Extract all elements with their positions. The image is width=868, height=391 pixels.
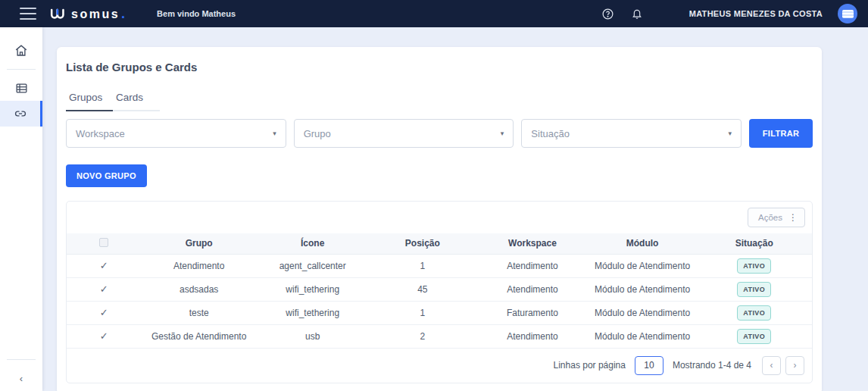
cell-modulo: Módulo de Atendimento <box>589 301 697 324</box>
cell-icone: usb <box>257 324 369 348</box>
cell-grupo: Atendimento <box>141 254 257 277</box>
avatar-image <box>842 10 854 18</box>
sidebar-item-list[interactable] <box>0 75 42 101</box>
avatar[interactable] <box>838 4 857 23</box>
cell-posicao: 45 <box>369 277 477 301</box>
workspace-select-placeholder: Workspace <box>76 128 125 139</box>
hamburger-menu-icon[interactable] <box>20 8 36 20</box>
grupo-select[interactable]: Grupo ▾ <box>294 119 514 148</box>
sidebar-collapse-button[interactable]: ‹ <box>0 365 42 391</box>
table-row: ✓ asdsadas wifi_tethering 45 Atendimento… <box>67 277 812 301</box>
cell-modulo: Módulo de Atendimento <box>589 254 697 277</box>
cell-workspace: Atendimento <box>476 254 589 277</box>
cell-posicao: 1 <box>369 254 477 277</box>
bell-icon <box>631 8 643 20</box>
cell-posicao: 2 <box>369 324 477 348</box>
groups-cards-panel: Lista de Grupos e Cards Grupos Cards Wor… <box>57 47 822 391</box>
acoes-button-label: Ações <box>758 213 782 222</box>
table-toolbar: Ações ⋮ <box>67 202 812 233</box>
status-badge: ATIVO <box>737 282 771 297</box>
tabs: Grupos Cards <box>66 92 813 111</box>
column-header-workspace: Workspace <box>476 233 589 254</box>
tab-grupos[interactable]: Grupos <box>66 92 113 111</box>
tab-cards[interactable]: Cards <box>113 92 160 111</box>
showing-range-text: Mostrando 1-4 de 4 <box>673 360 751 371</box>
cell-posicao: 1 <box>369 301 477 324</box>
row-check-icon[interactable]: ✓ <box>100 260 108 271</box>
help-icon <box>601 8 614 20</box>
column-header-situacao: Situação <box>696 233 812 254</box>
table-list-icon <box>15 82 28 95</box>
caret-down-icon: ▾ <box>728 130 732 137</box>
row-check-icon[interactable]: ✓ <box>100 330 108 342</box>
filter-bar: Workspace ▾ Grupo ▾ Situação ▾ FILTRAR <box>66 119 813 148</box>
column-header-icone: Ícone <box>257 233 369 254</box>
user-name[interactable]: MATHEUS MENEZES DA COSTA <box>689 9 823 18</box>
sidebar-item-home[interactable] <box>0 38 42 64</box>
ellipsis-vertical-icon: ⋮ <box>788 212 798 223</box>
next-page-button[interactable]: › <box>785 356 804 375</box>
sidebar: ‹ <box>0 27 42 391</box>
column-header-grupo: Grupo <box>141 233 257 254</box>
brand-dot: . <box>121 6 125 22</box>
select-all-checkbox[interactable] <box>99 238 108 247</box>
sidebar-divider <box>7 69 36 70</box>
cell-workspace: Atendimento <box>476 324 589 348</box>
acoes-button[interactable]: Ações ⋮ <box>748 208 805 227</box>
status-badge: ATIVO <box>737 329 771 344</box>
row-check-icon[interactable]: ✓ <box>100 307 108 318</box>
groups-table-container: Ações ⋮ Grupo Ícone Posição Workspace <box>66 201 813 383</box>
row-check-icon[interactable]: ✓ <box>100 283 108 295</box>
column-header-posicao: Posição <box>369 233 477 254</box>
welcome-text: Bem vindo Matheus <box>157 9 236 18</box>
brand-name: somus <box>71 8 120 21</box>
brand-w-icon <box>50 8 68 23</box>
cell-workspace: Faturamento <box>476 301 589 324</box>
column-header-modulo: Módulo <box>589 233 697 254</box>
table-row: ✓ Atendimento agent_callcenter 1 Atendim… <box>67 254 812 277</box>
app-header: somus. Bem vindo Matheus MATHEUS MENEZES… <box>0 0 868 27</box>
grupo-select-placeholder: Grupo <box>304 128 331 139</box>
status-badge: ATIVO <box>737 305 771 321</box>
table-row: ✓ Gestão de Atendimento usb 2 Atendiment… <box>67 324 812 348</box>
novo-grupo-button[interactable]: NOVO GRUPO <box>66 164 147 187</box>
sidebar-item-links[interactable] <box>0 101 42 127</box>
caret-down-icon: ▾ <box>501 130 504 137</box>
workspace-select[interactable]: Workspace ▾ <box>66 119 286 148</box>
status-badge: ATIVO <box>737 258 771 274</box>
situacao-select-placeholder: Situação <box>531 128 570 139</box>
table-row: ✓ teste wifi_tethering 1 Faturamento Mód… <box>67 301 812 324</box>
situacao-select[interactable]: Situação ▾ <box>521 119 742 148</box>
cell-icone: agent_callcenter <box>257 254 369 277</box>
cell-grupo: Gestão de Atendimento <box>141 324 257 348</box>
cell-grupo: teste <box>141 301 257 324</box>
rows-per-page-label: Linhas por página <box>554 360 626 371</box>
help-button[interactable] <box>597 2 620 25</box>
main-content: Lista de Grupos e Cards Grupos Cards Wor… <box>42 27 868 391</box>
filtrar-button[interactable]: FILTRAR <box>749 119 813 148</box>
pagination-bar: Linhas por página Mostrando 1-4 de 4 ‹ › <box>67 349 812 383</box>
home-icon <box>14 44 28 58</box>
caret-down-icon: ▾ <box>273 130 276 137</box>
link-icon <box>14 107 27 120</box>
cell-modulo: Módulo de Atendimento <box>589 277 697 301</box>
cell-modulo: Módulo de Atendimento <box>589 324 697 348</box>
groups-table: Grupo Ícone Posição Workspace Módulo Sit… <box>67 233 812 349</box>
cell-icone: wifi_tethering <box>257 277 369 301</box>
cell-grupo: asdsadas <box>141 277 257 301</box>
brand-logo: somus. <box>50 6 125 22</box>
cell-icone: wifi_tethering <box>257 301 369 324</box>
cell-workspace: Atendimento <box>476 277 589 301</box>
table-header-row: Grupo Ícone Posição Workspace Módulo Sit… <box>67 233 812 254</box>
chevron-left-icon: ‹ <box>20 373 23 384</box>
notifications-button[interactable] <box>626 2 648 25</box>
page-title: Lista de Grupos e Cards <box>66 61 813 74</box>
rows-per-page-input[interactable] <box>635 356 663 375</box>
prev-page-button[interactable]: ‹ <box>762 356 781 375</box>
sidebar-bottom-divider <box>7 359 36 360</box>
